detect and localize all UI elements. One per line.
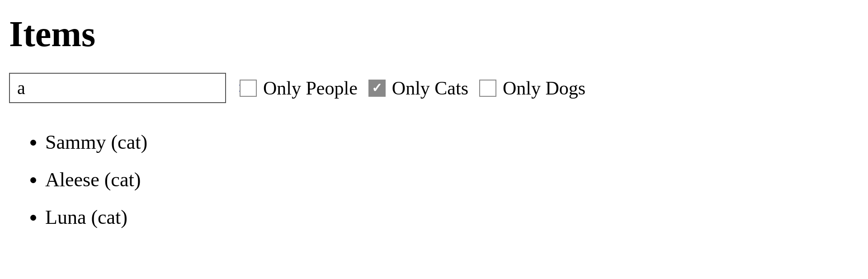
filter-label-only-people: Only People bbox=[263, 77, 358, 99]
checkbox-only-cats[interactable] bbox=[368, 80, 386, 97]
list-item: Luna (cat) bbox=[45, 201, 859, 235]
controls-bar: × Only People Only Cats Only Dogs bbox=[9, 73, 859, 103]
checkbox-only-people[interactable] bbox=[240, 80, 257, 97]
list-item: Aleese (cat) bbox=[45, 163, 859, 197]
search-wrapper: × bbox=[9, 73, 226, 103]
page-title: Items bbox=[9, 14, 859, 55]
filter-label-only-cats: Only Cats bbox=[392, 77, 468, 99]
items-list: Sammy (cat) Aleese (cat) Luna (cat) bbox=[9, 126, 859, 234]
filter-label-only-dogs: Only Dogs bbox=[503, 77, 585, 99]
filter-item-only-people: Only People bbox=[240, 77, 358, 99]
list-item: Sammy (cat) bbox=[45, 126, 859, 160]
filter-item-only-cats: Only Cats bbox=[368, 77, 468, 99]
filter-group: Only People Only Cats Only Dogs bbox=[240, 77, 585, 99]
filter-item-only-dogs: Only Dogs bbox=[479, 77, 585, 99]
search-input[interactable] bbox=[17, 77, 236, 99]
checkbox-only-dogs[interactable] bbox=[479, 80, 496, 97]
